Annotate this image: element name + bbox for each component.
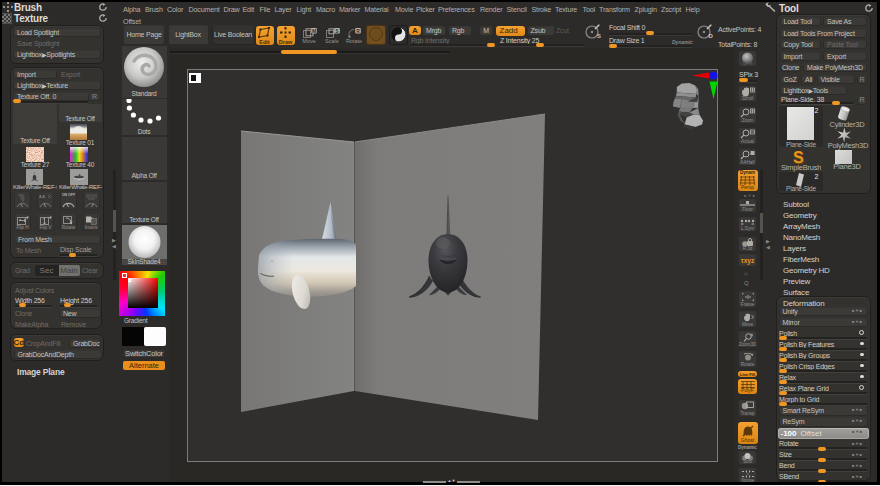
svg-text:A A: A A — [39, 194, 45, 199]
svg-text:D: D — [709, 33, 714, 39]
svg-text:M: M — [312, 28, 316, 34]
svg-text:R: R — [356, 28, 360, 34]
svg-text:S: S — [597, 33, 601, 39]
